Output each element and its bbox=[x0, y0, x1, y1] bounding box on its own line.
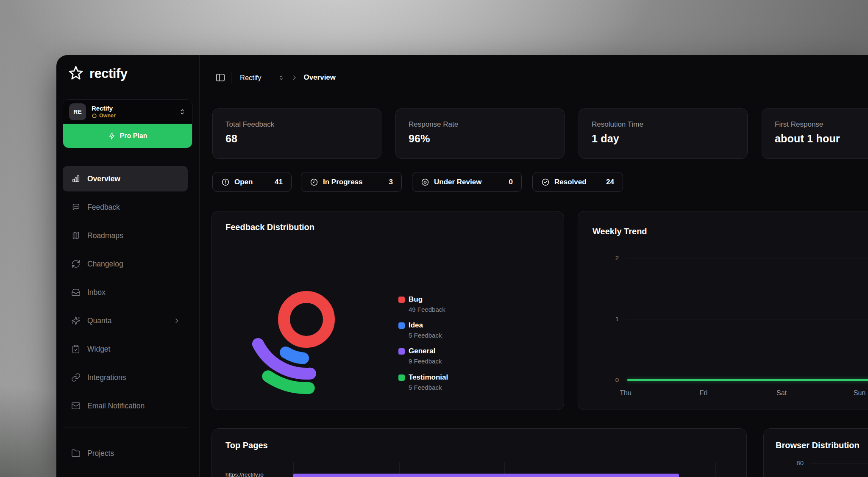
workspace-avatar: RE bbox=[69, 103, 86, 120]
status-pill-label: In Progress bbox=[323, 178, 363, 186]
sidebar-item-label: Projects bbox=[87, 449, 114, 458]
inbox-icon bbox=[71, 287, 81, 297]
legend-item-testimonial: Testimonial 5 Feedback bbox=[398, 373, 448, 391]
status-pill-in-progress[interactable]: In Progress 3 bbox=[301, 172, 402, 192]
sidebar-item-overview[interactable]: Overview bbox=[63, 166, 188, 191]
breadcrumb-workspace[interactable]: Rectify bbox=[240, 74, 261, 82]
stat-label: Total Feedback bbox=[225, 120, 368, 129]
feedback-donut-chart bbox=[212, 211, 565, 410]
sidebar-item-label: Email Notification bbox=[87, 402, 145, 410]
sidebar-item-label: Integrations bbox=[87, 373, 126, 382]
stat-label: Resolution Time bbox=[592, 120, 734, 129]
legend-item-bug: Bug 49 Feedback bbox=[398, 295, 445, 313]
sidebar-item-feedback[interactable]: Feedback bbox=[63, 194, 188, 220]
clipboard-check-icon bbox=[71, 344, 81, 354]
gridline bbox=[810, 463, 868, 463]
y-axis-tick: 0 bbox=[608, 376, 619, 383]
clock-icon bbox=[310, 178, 318, 186]
stat-card-response-rate: Response Rate 96% bbox=[395, 108, 565, 159]
workspace-role: Owner bbox=[92, 113, 173, 119]
status-pill-open[interactable]: Open 41 bbox=[212, 172, 292, 192]
stat-label: Response Rate bbox=[409, 120, 551, 129]
status-pill-under-review[interactable]: Under Review 0 bbox=[412, 172, 522, 192]
trend-line-zero bbox=[627, 379, 868, 381]
legend-name: General bbox=[409, 347, 442, 355]
link-icon bbox=[71, 372, 81, 383]
card-title: Top Pages bbox=[225, 441, 268, 450]
card-title: Browser Distribution bbox=[776, 441, 860, 450]
card-title: Weekly Trend bbox=[593, 227, 647, 236]
gridline bbox=[626, 258, 868, 258]
chevrons-up-down-icon bbox=[178, 108, 186, 116]
y-axis-tick: 1 bbox=[608, 315, 619, 322]
workspace-selector[interactable]: RE Rectify Owner bbox=[63, 100, 192, 124]
rectify-star-logo-icon bbox=[67, 64, 85, 83]
legend-swatch bbox=[398, 374, 405, 381]
stat-label: First Response bbox=[775, 120, 868, 129]
sidebar-toggle-icon[interactable] bbox=[215, 72, 226, 83]
legend-count: 5 Feedback bbox=[409, 332, 442, 339]
stat-value: 96% bbox=[409, 133, 551, 145]
status-pill-count: 24 bbox=[606, 178, 614, 186]
legend-count: 49 Feedback bbox=[409, 306, 445, 313]
app-logo: rectify bbox=[67, 64, 128, 83]
status-pill-count: 0 bbox=[509, 178, 513, 186]
disc-icon bbox=[421, 178, 429, 186]
stat-card-first-response: First Response about 1 hour bbox=[762, 108, 868, 159]
status-pill-label: Under Review bbox=[434, 178, 481, 186]
stat-value: 68 bbox=[225, 133, 368, 145]
legend-item-general: General 9 Feedback bbox=[398, 347, 442, 365]
sidebar-item-changelog[interactable]: Changelog bbox=[63, 251, 188, 277]
zap-icon bbox=[108, 132, 116, 140]
sidebar-item-widget[interactable]: Widget bbox=[63, 336, 188, 362]
sidebar-item-label: Quanta bbox=[87, 316, 111, 325]
weekly-trend-card: Weekly Trend 2 1 0 Thu Fri Sat Sun bbox=[578, 211, 868, 410]
chevron-right-icon bbox=[173, 317, 180, 324]
status-pill-label: Resolved bbox=[554, 178, 587, 186]
chevron-right-icon bbox=[291, 75, 298, 81]
sidebar-item-inbox[interactable]: Inbox bbox=[63, 280, 188, 305]
chevrons-up-down-icon[interactable] bbox=[278, 75, 284, 81]
y-axis-tick: 2 bbox=[608, 254, 619, 261]
pro-plan-button[interactable]: Pro Plan bbox=[63, 124, 192, 148]
sidebar-item-quanta[interactable]: Quanta bbox=[63, 308, 188, 333]
legend-count: 9 Feedback bbox=[409, 358, 442, 365]
logo-wordmark: rectify bbox=[89, 66, 128, 81]
folder-icon bbox=[71, 448, 81, 458]
sidebar-item-roadmaps[interactable]: Roadmaps bbox=[63, 223, 188, 248]
stat-card-total-feedback: Total Feedback 68 bbox=[212, 108, 381, 159]
x-axis-tick: Thu bbox=[620, 389, 632, 397]
sidebar: rectify RE Rectify Owner Pro Plan bbox=[56, 55, 200, 477]
owner-ring-icon bbox=[92, 113, 97, 119]
sidebar-item-integrations[interactable]: Integrations bbox=[63, 365, 188, 390]
gridline bbox=[715, 462, 716, 477]
y-axis-tick: 80 bbox=[788, 459, 804, 466]
check-circle-icon bbox=[541, 178, 550, 186]
header-divider bbox=[231, 72, 231, 83]
workspace-name: Rectify bbox=[92, 105, 173, 112]
sidebar-item-email-notification[interactable]: Email Notification bbox=[63, 393, 188, 419]
legend-swatch bbox=[398, 322, 405, 329]
legend-count: 5 Feedback bbox=[409, 384, 448, 391]
legend-name: Bug bbox=[409, 295, 445, 304]
x-axis-tick: Sun bbox=[854, 389, 865, 397]
x-axis-tick: Sat bbox=[776, 389, 787, 397]
page-url-label: https://rectify.io bbox=[225, 471, 264, 477]
bar-chart-icon bbox=[71, 174, 81, 184]
map-icon bbox=[71, 230, 81, 241]
mail-icon bbox=[71, 401, 81, 411]
status-pill-count: 41 bbox=[275, 178, 283, 186]
feedback-distribution-card: Feedback Distribution Bug 49 Feedback Id… bbox=[211, 211, 564, 410]
status-pill-label: Open bbox=[234, 178, 253, 186]
status-pill-resolved[interactable]: Resolved 24 bbox=[532, 172, 623, 192]
sidebar-item-projects[interactable]: Projects bbox=[63, 441, 188, 466]
legend-item-idea: Idea 5 Feedback bbox=[398, 321, 442, 339]
x-axis-tick: Fri bbox=[700, 389, 708, 397]
legend-swatch bbox=[398, 348, 405, 355]
legend-swatch bbox=[398, 297, 405, 303]
sidebar-divider bbox=[63, 427, 188, 427]
breadcrumb: Rectify Overview bbox=[215, 71, 336, 84]
breadcrumb-page: Overview bbox=[303, 73, 336, 82]
alert-circle-icon bbox=[221, 178, 230, 186]
sidebar-item-label: Changelog bbox=[87, 260, 123, 269]
